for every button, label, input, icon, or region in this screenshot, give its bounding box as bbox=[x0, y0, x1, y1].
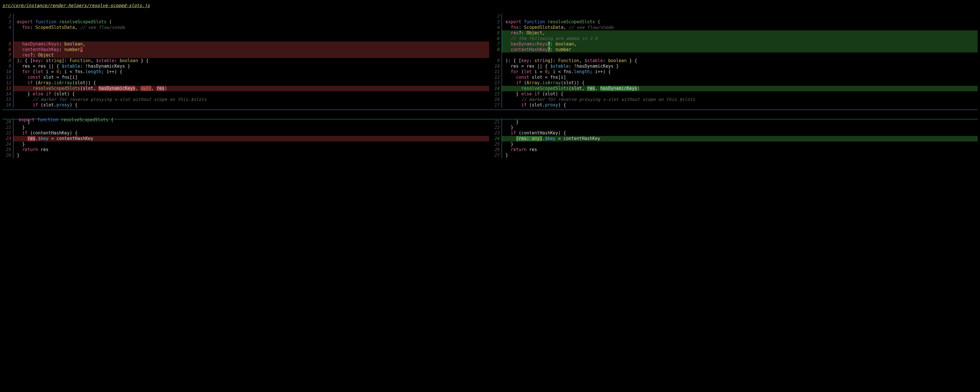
diff-line[interactable]: 4 fns: ScopedSlotsData, // see flow/vnod… bbox=[491, 25, 978, 30]
line-number: 15 bbox=[2, 97, 13, 102]
diff-line[interactable]: 7 res?: Object bbox=[2, 53, 489, 58]
diff-line[interactable]: 12 if (Array.isArray(slot)) { bbox=[2, 80, 489, 86]
diff-line[interactable]: 10 for (let i = 0; i < fns.length; i++) … bbox=[2, 69, 489, 75]
gutter-separator bbox=[502, 30, 505, 36]
code-content: } else if (slot) { bbox=[16, 91, 489, 97]
line-number: 25 bbox=[491, 142, 502, 147]
diff-line[interactable]: 3export function resolveScopedSlots ( bbox=[491, 19, 978, 25]
gutter-separator bbox=[502, 36, 505, 41]
diff-line[interactable]: 6 // the following are added in 2.6 bbox=[491, 36, 978, 41]
diff-line[interactable]: 17 if (slot.proxy) { bbox=[491, 102, 978, 108]
code-content: fns: ScopedSlotsData, // see flow/vnode bbox=[505, 25, 978, 30]
gutter-separator bbox=[13, 86, 16, 91]
diff-line[interactable]: 4 fns: ScopedSlotsData, // see flow/vnod… bbox=[2, 25, 489, 30]
file-path-header[interactable]: src/core/instance/render-helpers/resolve… bbox=[2, 2, 978, 11]
line-number: 25 bbox=[2, 147, 13, 153]
diff-line[interactable]: 13 resolveScopedSlots(slot, hasDynamicKe… bbox=[2, 86, 489, 91]
diff-line[interactable]: 2 bbox=[2, 14, 489, 19]
line-number: 23 bbox=[491, 131, 502, 136]
code-content: res?: Object bbox=[16, 53, 489, 58]
code-content: if (slot.proxy) { bbox=[16, 102, 489, 108]
diff-line[interactable]: 12 const slot = fns[i] bbox=[491, 75, 978, 80]
diff-line[interactable]: 5 res?: Object, bbox=[491, 30, 978, 36]
line-number: 13 bbox=[2, 86, 13, 91]
gutter-separator bbox=[13, 25, 16, 30]
code-content: hasDynamicKeys: boolean, bbox=[16, 41, 489, 47]
diff-line[interactable]: 13 if (Array.isArray(slot)) { bbox=[491, 80, 978, 86]
code-content: } bbox=[505, 119, 978, 125]
diff-pane-left: 23export function resolveScopedSlots (4 … bbox=[2, 14, 489, 108]
line-number: 10 bbox=[491, 64, 502, 69]
code-content: if (Array.isArray(slot)) { bbox=[16, 80, 489, 86]
diff-line[interactable]: 25 } bbox=[491, 142, 978, 147]
gutter-separator bbox=[502, 19, 505, 25]
code-content: resolveScopedSlots(slot, res, hasDynamic… bbox=[505, 86, 978, 91]
diff-line[interactable]: 15 } else if (slot) { bbox=[491, 91, 978, 97]
diff-line[interactable]: 8 contentHashKey?: number bbox=[491, 47, 978, 53]
line-number: 3 bbox=[2, 19, 13, 25]
line-number: 26 bbox=[491, 147, 502, 153]
diff-line[interactable]: 6 contentHashKey: number, bbox=[2, 47, 489, 53]
gutter-separator bbox=[13, 75, 16, 80]
gutter-separator bbox=[502, 41, 505, 47]
code-content: } bbox=[16, 125, 489, 131]
diff-line[interactable]: 3export function resolveScopedSlots ( bbox=[2, 19, 489, 25]
diff-line[interactable]: 10 res = res || { $stable: !hasDynamicKe… bbox=[491, 64, 978, 69]
diff-line[interactable]: 25 return res bbox=[2, 147, 489, 153]
diff-line[interactable]: 24 (res: any).$key = contentHashKey bbox=[491, 136, 978, 142]
diff-line[interactable]: 9): { [key: string]: Function, $stable: … bbox=[491, 58, 978, 64]
diff-pane-right: 21 }22 }23 if (contentHashKey) {24 (res:… bbox=[491, 119, 978, 158]
diff-line[interactable]: 16 // marker for reverse proxying v-slot… bbox=[491, 97, 978, 102]
line-number: 12 bbox=[2, 80, 13, 86]
diff-line[interactable]: 8): { [key: string]: Function, $stable: … bbox=[2, 58, 489, 64]
diff-line[interactable]: 2 bbox=[491, 14, 978, 19]
diff-line[interactable]: 11 const slot = fns[i] bbox=[2, 75, 489, 80]
diff-line[interactable]: 14 resolveScopedSlots(slot, res, hasDyna… bbox=[491, 86, 978, 91]
diff-line[interactable]: 26} bbox=[2, 153, 489, 158]
line-number: 11 bbox=[491, 69, 502, 75]
gutter-separator bbox=[13, 97, 16, 102]
line-number: 13 bbox=[491, 80, 502, 86]
code-content: (res: any).$key = contentHashKey bbox=[505, 136, 978, 142]
diff-line[interactable]: 20 } bbox=[2, 119, 489, 125]
diff-line[interactable]: 22 } bbox=[491, 125, 978, 131]
line-number: 10 bbox=[2, 69, 13, 75]
line-number: 20 bbox=[2, 119, 13, 125]
code-content: return res bbox=[16, 147, 489, 153]
gutter-separator bbox=[13, 80, 16, 86]
gutter-separator bbox=[502, 153, 505, 158]
collapsed-context-header[interactable]: export function resolveScopedSlots ( bbox=[2, 110, 978, 119]
code-content: const slot = fns[i] bbox=[505, 75, 978, 80]
diff-line[interactable]: 11 for (let i = 0; i < fns.length; i++) … bbox=[491, 69, 978, 75]
line-number: 8 bbox=[491, 47, 502, 53]
code-content: if (Array.isArray(slot)) { bbox=[505, 80, 978, 86]
diff-line[interactable]: 27} bbox=[491, 153, 978, 158]
diff-line[interactable]: 15 // marker for reverse proxying v-slot… bbox=[2, 97, 489, 102]
gutter-separator bbox=[13, 136, 16, 142]
diff-line[interactable]: 16 if (slot.proxy) { bbox=[2, 102, 489, 108]
code-content bbox=[16, 36, 489, 41]
code-content: resolveScopedSlots(slot, hasDynamicKeys,… bbox=[16, 86, 489, 91]
diff-line[interactable]: 23 res.$key = contentHashKey bbox=[2, 136, 489, 142]
line-number: 23 bbox=[2, 136, 13, 142]
diff-line[interactable] bbox=[2, 30, 489, 36]
diff-line[interactable]: 24 } bbox=[2, 142, 489, 147]
diff-line[interactable]: 21 } bbox=[491, 119, 978, 125]
diff-line[interactable]: 7 hasDynamicKeys?: boolean, bbox=[491, 41, 978, 47]
diff-line[interactable] bbox=[2, 36, 489, 41]
diff-line[interactable]: 5 hasDynamicKeys: boolean, bbox=[2, 41, 489, 47]
code-content: for (let i = 0; i < fns.length; i++) { bbox=[505, 69, 978, 75]
gutter-separator bbox=[13, 119, 16, 125]
diff-line[interactable]: 9 res = res || { $stable: !hasDynamicKey… bbox=[2, 64, 489, 69]
gutter-separator bbox=[13, 69, 16, 75]
line-number bbox=[491, 53, 502, 58]
diff-line[interactable]: 21 } bbox=[2, 125, 489, 131]
line-number: 17 bbox=[491, 102, 502, 108]
diff-line[interactable]: 23 if (contentHashKey) { bbox=[491, 131, 978, 136]
diff-line[interactable] bbox=[491, 53, 978, 58]
code-content: res?: Object, bbox=[505, 30, 978, 36]
diff-line[interactable]: 22 if (contentHashKey) { bbox=[2, 131, 489, 136]
code-content bbox=[16, 30, 489, 36]
diff-line[interactable]: 26 return res bbox=[491, 147, 978, 153]
diff-line[interactable]: 14 } else if (slot) { bbox=[2, 91, 489, 97]
